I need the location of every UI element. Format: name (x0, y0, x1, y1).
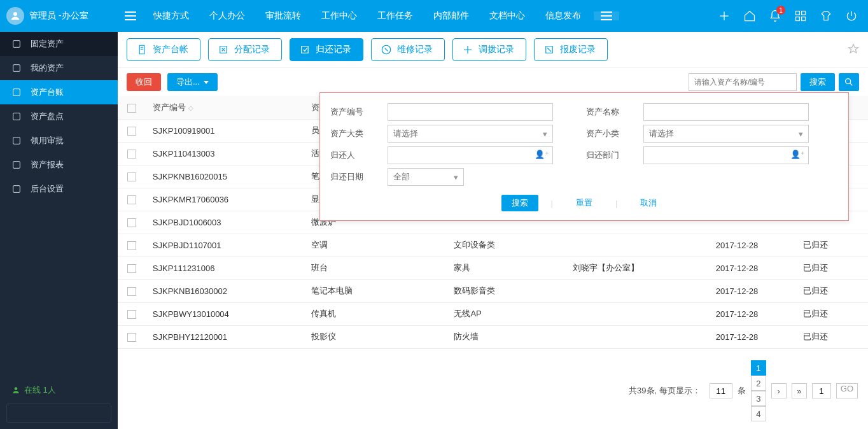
hamburger-icon (125, 11, 136, 20)
svg-rect-4 (802, 17, 806, 21)
user-area[interactable]: 管理员 -办公室 (0, 7, 118, 25)
select-asset-minor[interactable]: 请选择▾ (643, 125, 809, 143)
online-status: 在线 1人 (0, 381, 118, 400)
cell-code: SJKP100919001 (146, 119, 305, 142)
nav-item-7[interactable]: 信息发布 (535, 0, 591, 32)
page-go-button[interactable]: GO (836, 383, 858, 398)
export-button[interactable]: 导出... (167, 73, 218, 91)
table-row[interactable]: SJKPKNB16030002笔记本电脑数码影音类2017-12-28已归还 (118, 279, 868, 302)
cell-code: SJKPBWY13010004 (146, 302, 305, 325)
page-button-1[interactable]: 1 (751, 360, 766, 376)
table-row[interactable]: SJKPBJD1107001空调文印设备类2017-12-28已归还 (118, 234, 868, 257)
cell-category: 数码影音类 (447, 279, 566, 302)
topbar: 管理员 -办公室 快捷方式个人办公审批流转工作中心工作任务内部邮件文档中心信息发… (0, 0, 868, 32)
row-checkbox[interactable] (118, 325, 146, 348)
svg-point-14 (846, 79, 851, 84)
select-return-date[interactable]: 全部▾ (388, 168, 464, 186)
person-picker-icon[interactable]: 👤⁺ (535, 150, 549, 159)
header-code[interactable]: 资产编号◇ (146, 96, 305, 119)
nav-item-0[interactable]: 快捷方式 (143, 0, 199, 32)
home-icon[interactable] (741, 7, 759, 25)
page-size-input[interactable] (710, 383, 732, 398)
page-button-4[interactable]: 4 (751, 406, 766, 421)
cell-category: 文印设备类 (447, 234, 566, 257)
page-button-3[interactable]: 3 (751, 391, 766, 406)
table-row[interactable]: SJKPBHY12120001投影仪防火墙2017-12-28已归还 (118, 325, 868, 348)
cell-date: 2017-12-28 (710, 302, 797, 325)
page-button-2[interactable]: 2 (751, 376, 766, 391)
search-button[interactable]: 搜索 (801, 73, 835, 91)
nav-item-6[interactable]: 文档中心 (479, 0, 535, 32)
nav-more-button[interactable] (594, 11, 619, 20)
chevron-down-icon: ▾ (543, 129, 547, 139)
table-row[interactable]: SJKP111231006班台家具刘晓宇【办公室】2017-12-28已归还 (118, 257, 868, 279)
input-return-person[interactable] (388, 146, 553, 164)
cell-category: 防火墙 (447, 325, 566, 348)
nav-item-3[interactable]: 工作中心 (311, 0, 367, 32)
record-tab-3[interactable]: 维修记录 (371, 38, 445, 61)
cell-name: 班台 (305, 257, 447, 279)
nav-item-1[interactable]: 个人办公 (199, 0, 255, 32)
row-checkbox[interactable] (118, 257, 146, 279)
sidebar-item-6[interactable]: 后台设置 (0, 177, 118, 201)
svg-rect-2 (802, 11, 806, 15)
sidebar-search-input[interactable] (12, 409, 108, 418)
record-tab-2[interactable]: 归还记录 (290, 38, 363, 61)
popup-reset-button[interactable]: 重置 (566, 195, 603, 211)
row-checkbox[interactable] (118, 142, 146, 165)
page-go-input[interactable] (812, 383, 831, 398)
row-checkbox[interactable] (118, 119, 146, 142)
sort-icon: ◇ (188, 104, 193, 111)
advanced-search-popup: 资产编号 资产名称 资产大类 请选择▾ 资产小类 请选择▾ 归还人 👤⁺ 归还部… (319, 92, 849, 221)
recall-button[interactable]: 收回 (127, 73, 161, 91)
dept-picker-icon[interactable]: 👤⁺ (790, 150, 805, 159)
add-icon[interactable] (715, 7, 733, 25)
sidebar-item-5[interactable]: 资产报表 (0, 153, 118, 177)
sidebar-item-0[interactable]: 固定资产 (0, 32, 118, 56)
search-input[interactable] (689, 73, 797, 91)
hamburger-icon (601, 11, 612, 20)
cell-person: 刘晓宇【办公室】 (566, 257, 709, 279)
sidebar-item-2[interactable]: 资产台账 (0, 80, 118, 104)
table-row[interactable]: SJKPBWY13010004传真机无线AP2017-12-28已归还 (118, 302, 868, 325)
cell-code: SJKP110413003 (146, 142, 305, 165)
advanced-search-button[interactable] (839, 73, 859, 91)
row-checkbox[interactable] (118, 165, 146, 188)
row-checkbox[interactable] (118, 188, 146, 211)
cell-name: 空调 (305, 234, 447, 257)
sidebar-toggle[interactable] (118, 0, 143, 32)
cell-date: 2017-12-28 (710, 279, 797, 302)
sidebar-item-4[interactable]: 领用审批 (0, 129, 118, 153)
popup-cancel-button[interactable]: 取消 (630, 195, 667, 211)
row-checkbox[interactable] (118, 234, 146, 257)
sidebar-search[interactable] (6, 404, 111, 423)
nav-item-5[interactable]: 内部邮件 (423, 0, 479, 32)
record-tab-0[interactable]: 资产台帐 (127, 38, 200, 61)
last-page-button[interactable]: » (792, 383, 807, 398)
next-page-button[interactable]: › (771, 383, 787, 398)
input-return-dept[interactable] (643, 146, 809, 164)
record-tab-4[interactable]: 调拨记录 (452, 38, 526, 61)
sidebar-item-3[interactable]: 资产盘点 (0, 104, 118, 129)
cell-code: SJKPKNB16030002 (146, 279, 305, 302)
popup-search-button[interactable]: 搜索 (501, 195, 538, 211)
row-checkbox[interactable] (118, 211, 146, 234)
sidebar-item-1[interactable]: 我的资产 (0, 56, 118, 80)
topbar-right-icons: 1 (715, 7, 868, 25)
apps-icon[interactable] (792, 7, 809, 25)
record-tab-5[interactable]: 报废记录 (534, 38, 608, 61)
nav-item-4[interactable]: 工作任务 (367, 0, 423, 32)
header-checkbox[interactable] (118, 96, 146, 119)
record-tab-1[interactable]: 分配记录 (208, 38, 282, 61)
cell-name: 传真机 (305, 302, 447, 325)
power-icon[interactable] (843, 7, 860, 25)
input-asset-code[interactable] (388, 103, 553, 121)
theme-icon[interactable] (817, 7, 835, 25)
row-checkbox[interactable] (118, 279, 146, 302)
input-asset-name[interactable] (643, 103, 809, 121)
bell-icon[interactable]: 1 (766, 7, 784, 25)
favorite-star-icon[interactable] (848, 43, 859, 57)
row-checkbox[interactable] (118, 302, 146, 325)
nav-item-2[interactable]: 审批流转 (255, 0, 311, 32)
select-asset-major[interactable]: 请选择▾ (388, 125, 553, 143)
